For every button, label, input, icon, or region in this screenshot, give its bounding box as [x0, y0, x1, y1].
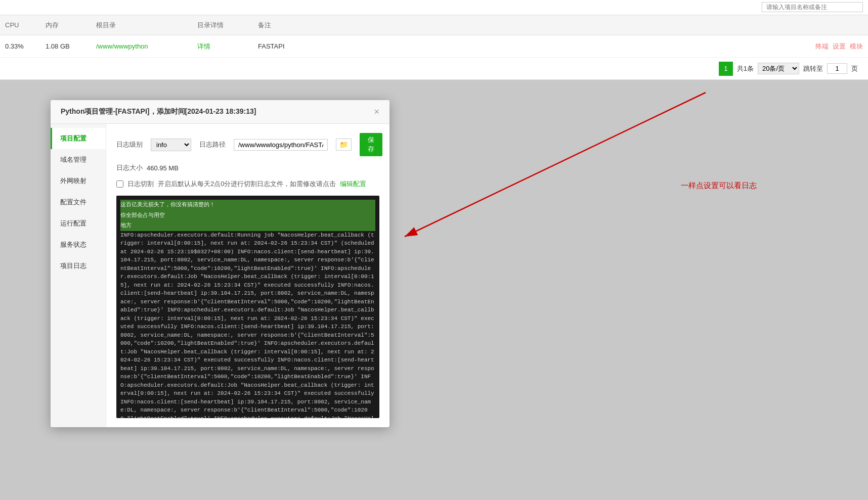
search-input[interactable]	[762, 2, 863, 12]
arrow-annotation: 一样点设置可以看日志	[681, 181, 757, 191]
sidebar-item-config-file[interactable]: 配置文件	[51, 192, 106, 213]
table-header: CPU 内存 根目录 目录详情 备注	[0, 15, 868, 35]
log-config-row: 日志级别 info debug warning error critical 日…	[116, 133, 379, 156]
modal-title: Python项目管理-[FASTAPI]，添加时间[2024-01-23 18:…	[61, 107, 256, 116]
cell-note: FASTAPI	[258, 42, 815, 50]
log-level-select[interactable]: info debug warning error critical	[151, 139, 191, 151]
pagination-bar: 1 共1条 20条/页 50条/页 100条/页 跳转至 页	[0, 58, 868, 80]
row-actions: 终端 设置 模块	[815, 42, 863, 51]
modal-body: 项目配置 域名管理 外网映射 配置文件 运行配置 服务状态 项目日志 日志级别 …	[51, 124, 389, 427]
col-header-memory: 内存	[46, 21, 96, 30]
sidebar-item-service-status[interactable]: 服务状态	[51, 234, 106, 255]
cell-memory: 1.08 GB	[46, 42, 96, 50]
log-cut-desc: 开启后默认从每天2点0分进行切割日志文件，如需修改请点击	[158, 179, 336, 189]
sidebar-item-project-config[interactable]: 项目配置	[51, 128, 106, 149]
table-row: 0.33% 1.08 GB /www/wwwpython 详情 FASTAPI …	[0, 35, 868, 58]
svg-line-1	[405, 93, 706, 237]
log-size-value: 460.95 MB	[147, 164, 179, 172]
per-page-select[interactable]: 20条/页 50条/页 100条/页	[758, 63, 799, 74]
log-terminal[interactable]: 这百亿美元损失了，你没有搞清楚的！ 你全部会占与用空 地方 INFO:apsch…	[116, 196, 379, 418]
col-header-rootdir: 根目录	[96, 21, 197, 30]
dir-detail-link[interactable]: 详情	[197, 42, 210, 50]
terminal-button[interactable]: 终端	[815, 42, 829, 51]
log-size-label: 日志大小	[116, 163, 143, 172]
total-count: 共1条	[737, 64, 754, 73]
log-highlighted-3: 地方	[120, 220, 375, 231]
log-cut-checkbox[interactable]	[116, 180, 123, 188]
log-cut-config-link[interactable]: 编辑配置	[340, 179, 366, 189]
page-label: 页	[851, 64, 858, 73]
log-level-label: 日志级别	[116, 140, 143, 149]
modal-close-button[interactable]: ×	[374, 107, 379, 116]
top-bar	[0, 0, 868, 15]
log-size-row: 日志大小 460.95 MB	[116, 163, 379, 172]
log-cut-label: 日志切割	[127, 179, 154, 189]
cell-dir: /www/wwwpython	[96, 42, 197, 50]
modal-main-content: 日志级别 info debug warning error critical 日…	[106, 124, 389, 427]
sidebar-item-run-config[interactable]: 运行配置	[51, 213, 106, 234]
main-area: 一样点设置可以看日志 Python项目管理-[FASTAPI]，添加时间[202…	[0, 80, 868, 500]
current-page[interactable]: 1	[719, 62, 733, 76]
log-highlighted-2: 你全部会占与用空	[120, 210, 375, 221]
sidebar-item-domain[interactable]: 域名管理	[51, 149, 106, 170]
col-header-dirdetail: 目录详情	[197, 21, 258, 30]
jump-label: 跳转至	[803, 64, 823, 73]
log-highlighted-1: 这百亿美元损失了，你没有搞清楚的！	[120, 200, 375, 210]
folder-button[interactable]: 📁	[336, 139, 352, 151]
col-header-note: 备注	[258, 21, 863, 30]
log-path-input[interactable]	[234, 139, 328, 151]
log-path-label: 日志路径	[199, 140, 226, 149]
col-header-cpu: CPU	[5, 21, 46, 29]
modal-header: Python项目管理-[FASTAPI]，添加时间[2024-01-23 18:…	[51, 100, 389, 124]
settings-button[interactable]: 设置	[833, 42, 846, 51]
module-button[interactable]: 模块	[850, 42, 863, 51]
page-jump-input[interactable]	[827, 63, 847, 74]
modal-sidebar: 项目配置 域名管理 外网映射 配置文件 运行配置 服务状态 项目日志	[51, 124, 106, 427]
sidebar-item-project-log[interactable]: 项目日志	[51, 255, 106, 277]
save-button[interactable]: 保存	[360, 133, 382, 156]
modal-dialog: Python项目管理-[FASTAPI]，添加时间[2024-01-23 18:…	[51, 100, 389, 427]
log-cut-row: 日志切割 开启后默认从每天2点0分进行切割日志文件，如需修改请点击 编辑配置	[116, 179, 379, 189]
cell-cpu: 0.33%	[5, 42, 46, 50]
sidebar-item-external-map[interactable]: 外网映射	[51, 170, 106, 192]
